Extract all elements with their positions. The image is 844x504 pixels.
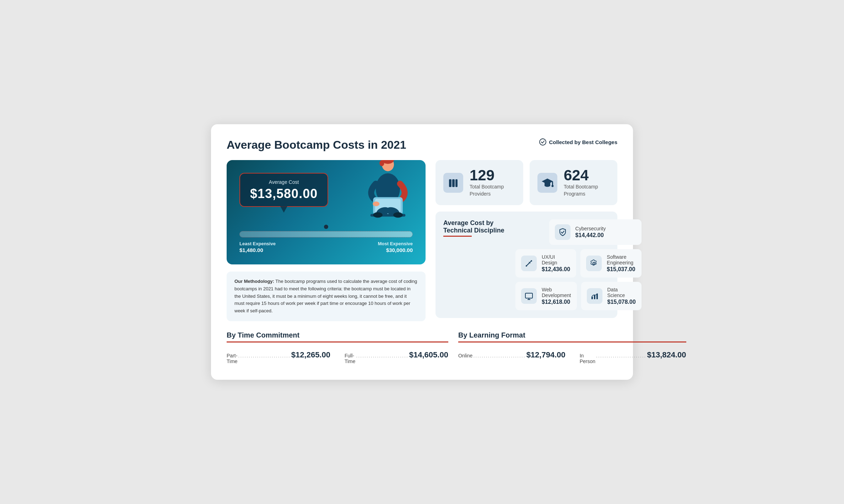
svg-point-18 <box>552 185 554 187</box>
svg-point-11 <box>393 212 403 218</box>
discipline-grid-wrapper: Cybersecurity $14,442.00 <box>515 219 642 310</box>
parttime-value: $12,265.00 <box>291 350 330 360</box>
bottom-row: By Time Commitment Part-Time............… <box>227 331 617 364</box>
svg-rect-28 <box>591 297 593 299</box>
discipline-cost-software: $15,037.00 <box>607 266 635 273</box>
fulltime-value: $14,605.00 <box>409 350 448 360</box>
stat-card-programs: 624 Total Bootcamp Programs <box>530 160 617 205</box>
svg-rect-13 <box>449 179 451 187</box>
discipline-card-webdev: Web Development $12,618.00 <box>515 282 577 310</box>
inperson-value: $13,824.00 <box>647 350 686 360</box>
methodology-bold: Our Methodology: <box>234 279 274 284</box>
parttime-dots: ......................... <box>238 353 291 358</box>
stats-row: 129 Total Bootcamp Providers <box>435 160 617 205</box>
fulltime-label: Full-Time <box>345 353 356 364</box>
time-commitment-parttime: Part-Time.........................$12,26… <box>227 350 330 364</box>
learning-format-section: By Learning Format Online...............… <box>458 331 686 364</box>
chart-icon <box>587 288 602 304</box>
inperson-label: In Person <box>580 353 595 364</box>
discipline-name-uxui: UX/UI Design <box>542 254 570 265</box>
svg-rect-25 <box>525 293 532 298</box>
learning-format-items: Online.........................$12,794.0… <box>458 350 686 364</box>
main-row: Average Cost $13,580.00 Least Expensive … <box>227 160 617 321</box>
range-labels: Least Expensive $1,480.00 Most Expensive… <box>239 241 413 253</box>
discipline-title-block: Average Cost by Technical Discipline <box>443 219 509 237</box>
discipline-cost-uxui: $12,436.00 <box>542 266 570 273</box>
discipline-card-datascience: Data Science $15,078.00 <box>581 282 642 310</box>
palette-icon <box>521 256 537 271</box>
range-dot <box>324 225 328 229</box>
stat-number-providers: 129 <box>470 168 504 183</box>
stat-card-providers: 129 Total Bootcamp Providers <box>435 160 523 205</box>
svg-point-21 <box>531 260 532 262</box>
gauge-label: Average Cost <box>250 179 318 185</box>
right-column: 129 Total Bootcamp Providers <box>435 160 617 321</box>
page-title: Average Bootcamp Costs in 2021 <box>227 138 406 152</box>
discipline-cost-datascience: $15,078.00 <box>607 299 636 305</box>
svg-rect-29 <box>594 295 595 299</box>
gauge-amount: $13,580.00 <box>250 186 318 201</box>
svg-point-12 <box>373 202 379 206</box>
online-value: $12,794.00 <box>526 350 566 360</box>
discipline-card-software: Software Engineering $15,037.00 <box>580 249 641 278</box>
svg-point-0 <box>540 139 546 145</box>
time-commitment-title: By Time Commitment <box>227 331 448 339</box>
header: Average Bootcamp Costs in 2021 Collected… <box>227 138 617 152</box>
discipline-name-webdev: Web Development <box>542 287 571 298</box>
discipline-title-underline <box>443 236 472 237</box>
discipline-title: Average Cost by Technical Discipline <box>443 219 509 234</box>
most-expensive: Most Expensive $30,000.00 <box>378 241 413 253</box>
stat-label-programs: Total Bootcamp Programs <box>564 183 598 197</box>
discipline-section: Average Cost by Technical Discipline <box>435 212 617 318</box>
discipline-cost-cybersecurity: $14,442.00 <box>575 232 606 239</box>
methodology-box: Our Methodology: The bootcamp programs u… <box>227 272 426 321</box>
stat-number-programs: 624 <box>564 168 598 183</box>
main-card: Average Bootcamp Costs in 2021 Collected… <box>211 124 633 380</box>
time-commitment-underline <box>227 341 448 343</box>
discipline-cost-webdev: $12,618.00 <box>542 299 571 305</box>
learning-format-title: By Learning Format <box>458 331 686 339</box>
inperson-dots: ........................ <box>596 353 646 358</box>
discipline-card-cybersecurity: Cybersecurity $14,442.00 <box>549 219 642 245</box>
svg-point-3 <box>379 160 384 166</box>
discipline-name-datascience: Data Science <box>607 287 636 298</box>
shield-icon <box>555 224 570 240</box>
fulltime-dots: ......................... <box>356 353 409 358</box>
time-commitment-section: By Time Commitment Part-Time............… <box>227 331 448 364</box>
gauge-card: Average Cost $13,580.00 Least Expensive … <box>227 160 426 264</box>
stat-info-programs: 624 Total Bootcamp Programs <box>564 168 598 197</box>
discipline-card-uxui: UX/UI Design $12,436.00 <box>515 249 576 278</box>
learning-format-online: Online.........................$12,794.0… <box>458 350 566 360</box>
graduation-icon <box>537 173 557 193</box>
parttime-label: Part-Time <box>227 353 238 364</box>
learning-format-inperson: In Person........................$13,824… <box>580 350 686 364</box>
online-label: Online <box>458 353 472 358</box>
gear-icon <box>586 256 602 271</box>
range-bar <box>239 231 413 237</box>
least-expensive: Least Expensive $1,480.00 <box>239 241 276 253</box>
svg-point-22 <box>526 265 527 267</box>
stat-info-providers: 129 Total Bootcamp Providers <box>470 168 504 197</box>
range-bar-container: Least Expensive $1,480.00 Most Expensive… <box>239 225 413 253</box>
stat-label-providers: Total Bootcamp Providers <box>470 183 504 197</box>
monitor-icon <box>521 288 537 304</box>
books-icon <box>443 173 463 193</box>
left-column: Average Cost $13,580.00 Least Expensive … <box>227 160 426 321</box>
verified-icon <box>539 138 546 146</box>
svg-point-10 <box>373 212 383 218</box>
person-illustration <box>363 160 413 220</box>
online-dots: ......................... <box>473 353 525 358</box>
svg-rect-14 <box>452 179 455 187</box>
learning-format-underline <box>458 341 686 343</box>
time-commitment-fulltime: Full-Time.........................$14,60… <box>345 350 448 364</box>
svg-line-20 <box>528 261 531 265</box>
discipline-name-software: Software Engineering <box>607 254 635 265</box>
discipline-name-cybersecurity: Cybersecurity <box>575 226 606 231</box>
collected-by: Collected by Best Colleges <box>539 138 617 146</box>
svg-rect-15 <box>455 179 458 187</box>
time-commitment-items: Part-Time.........................$12,26… <box>227 350 448 364</box>
speech-bubble: Average Cost $13,580.00 <box>239 173 328 207</box>
